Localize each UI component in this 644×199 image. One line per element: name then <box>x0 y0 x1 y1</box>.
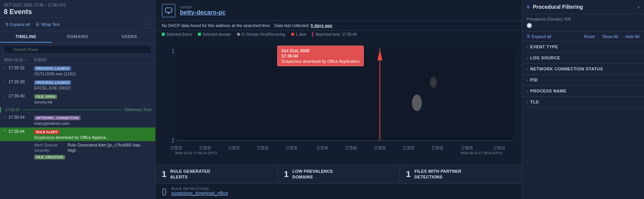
hide-all-button[interactable]: Hide All <box>625 34 639 39</box>
expand-all-button[interactable]: ⇅ Expand all <box>4 21 31 28</box>
asset-header: ASSET betty-decaro-pc <box>156 0 522 21</box>
table-row[interactable]: ˅ 17:35:44 RULE ALERT Suspicious downloa… <box>0 127 155 141</box>
event-content: PROCESS_LAUNCH OUTLOOK.exe (1101) <box>34 65 152 76</box>
filter-section-title: LOG SOURCE <box>530 56 560 60</box>
asset-icon <box>162 4 175 18</box>
tab-users[interactable]: USERS <box>104 31 155 43</box>
table-row[interactable]: › 17:35:32 PROCESS_LAUNCH OUTLOOK.exe (1… <box>0 64 155 78</box>
event-badge: FILE_OPEN <box>34 94 57 99</box>
tab-domains[interactable]: DOMAINS <box>52 31 103 43</box>
stat-label: RULE GENERATEDALERTS <box>170 169 210 180</box>
filter-section-pid: › PID <box>522 75 644 86</box>
rule-name[interactable]: suspicious_download_office <box>171 191 228 196</box>
chevron-right-icon: › <box>527 45 528 49</box>
asset-label: ASSET <box>180 5 226 9</box>
table-row[interactable]: › 17:35:39 PROCESS_LAUNCH EXCEL.EXE (343… <box>0 78 155 92</box>
expand-label: Expand all <box>10 22 30 27</box>
filter-section-header[interactable]: › PID <box>527 78 639 82</box>
expand-arrow-icon[interactable]: › <box>4 94 8 98</box>
data-collected-label: Data last collected: <box>274 23 309 28</box>
stat-files-partner: 1 FILES WITH PARTNERDETECTIONS <box>400 165 522 183</box>
timeline-body[interactable]: › 17:35:32 PROCESS_LAUNCH OUTLOOK.exe (1… <box>0 64 155 199</box>
filter-section-title: PROCESS NAME <box>530 89 566 93</box>
filter-section-header[interactable]: › LOG SOURCE <box>527 56 639 60</box>
expand-arrow-icon[interactable]: ˅ <box>4 129 8 134</box>
right-header: ≡ Procedural Filtering › <box>522 0 644 14</box>
event-badge: PROCESS_LAUNCH <box>34 66 71 71</box>
x-sublabel-right: 2020-10-21 17:36:14 (UTC) <box>460 151 502 155</box>
legend-label: Selected domain <box>202 32 231 37</box>
filter-section-header[interactable]: › NETWORK CONNECTION STATUS <box>527 67 639 71</box>
expand-icon: ⇅ <box>527 34 530 39</box>
filter-section-header[interactable]: › TLD <box>527 100 639 104</box>
svg-text:17:35:20: 17:35:20 <box>199 145 211 150</box>
data-days: 5 days ago <box>311 23 332 28</box>
wrap-icon: ☰ <box>36 22 39 27</box>
wrap-text-button[interactable]: ☰ Wrap Text <box>34 21 61 28</box>
stat-rule-alerts: 1 RULE GENERATEDALERTS <box>156 165 278 183</box>
filter-section-network-connection: › NETWORK CONNECTION STATUS <box>522 64 644 75</box>
event-badge: PROCESS_LAUNCH <box>34 80 71 85</box>
col-event-label: EVENT <box>34 58 47 62</box>
toolbar: ⇅ Expand all ☰ Wrap Text ··· <box>0 18 155 31</box>
expand-all-button[interactable]: ⇅ Expand all <box>527 34 551 39</box>
col-headers: 2020-10-21 ↑ EVENT <box>0 56 155 64</box>
filter-section-event-type: › EVENT TYPE <box>522 41 644 53</box>
chart-legend: Selected Event Selected domain Domain Fi… <box>156 30 522 38</box>
dhcp-text: No DHCP data found for this address at t… <box>162 23 271 28</box>
rule-detections: {} RULE DETECTIONS suspicious_download_o… <box>156 183 522 199</box>
expand-arrow-icon[interactable]: › <box>4 80 8 84</box>
search-input[interactable] <box>4 45 152 54</box>
tabs: TIMELINE DOMAINS USERS <box>0 31 155 43</box>
right-arrow-icon[interactable]: › <box>638 4 639 10</box>
legend-selected-event: Selected Event <box>162 32 192 37</box>
event-label: Suspicious download by Office Applica... <box>34 135 152 140</box>
event-badge: NETWORK_CONNECTION <box>34 116 80 120</box>
legend-color <box>162 33 165 36</box>
legend-color <box>237 33 240 36</box>
prevalence-label: Prevalence (Domain): N/A <box>527 17 639 21</box>
rule-info: RULE DETECTIONS suspicious_download_offi… <box>171 187 228 196</box>
tab-timeline[interactable]: TIMELINE <box>0 31 52 43</box>
svg-text:17:35:15: 17:35:15 <box>170 145 182 150</box>
right-actions: Reset | Show All | Hide All <box>584 34 639 39</box>
legend-selected-domain: Selected domain <box>198 32 231 37</box>
event-content: NETWORK_CONNECTION manygoodnes.com <box>34 115 152 126</box>
rule-icon: {} <box>162 187 167 196</box>
expand-label: Expand all <box>532 34 551 39</box>
event-content: FILE_OPEN survey.xls <box>34 94 152 104</box>
event-label: OUTLOOK.exe (1101) <box>34 72 152 76</box>
right-title: ≡ Procedural Filtering <box>527 4 583 10</box>
asset-info: ASSET betty-decaro-pc <box>180 5 226 16</box>
expand-icon: ⇅ <box>5 22 9 27</box>
svg-text:17:35:55: 17:35:55 <box>403 145 414 150</box>
svg-point-10 <box>430 77 437 88</box>
ref-label: Reference Time <box>125 108 152 112</box>
show-all-button[interactable]: Show All <box>602 34 618 39</box>
search-row: 🔍 <box>0 43 155 56</box>
legend-searched-time: Searched time: 17:35:44 <box>312 32 357 37</box>
prevalence-toggle[interactable] <box>527 23 639 28</box>
expand-arrow-icon[interactable]: › <box>4 115 8 119</box>
legend-color <box>291 33 294 36</box>
reset-button[interactable]: Reset <box>584 34 595 39</box>
detail-row: Alert Source: Rule Generated Alert [jo_c… <box>34 143 152 147</box>
detail-val: High <box>68 148 76 153</box>
chevron-right-icon: › <box>527 56 528 60</box>
sort-icon: ↑ <box>24 59 26 62</box>
expand-arrow-icon[interactable]: › <box>4 66 8 70</box>
stat-label: FILES WITH PARTNERDETECTIONS <box>415 169 461 180</box>
more-options-button[interactable]: ··· <box>143 20 152 29</box>
event-group: › 17:35:39 PROCESS_LAUNCH EXCEL.EXE (343… <box>0 78 155 92</box>
chart-area: Oct 21st, 2020 17:35:44 Suspicious downl… <box>156 38 522 164</box>
asset-name[interactable]: betty-decaro-pc <box>180 9 226 16</box>
separator: | <box>621 34 622 39</box>
filter-section-header[interactable]: › PROCESS NAME <box>527 89 639 93</box>
detail-row: Severity: High <box>34 148 152 153</box>
stat-low-prevalence: 1 LOW PREVALENCEDOMAINS <box>278 165 400 183</box>
filter-section-header[interactable]: › EVENT TYPE <box>527 45 639 49</box>
legend-label: Searched time: 17:35:44 <box>315 32 357 37</box>
event-time: 17:35:39 <box>8 80 34 84</box>
table-row[interactable]: › 17:35:44 NETWORK_CONNECTION manygoodne… <box>0 113 155 127</box>
table-row[interactable]: › 17:35:40 FILE_OPEN survey.xls <box>0 92 155 106</box>
